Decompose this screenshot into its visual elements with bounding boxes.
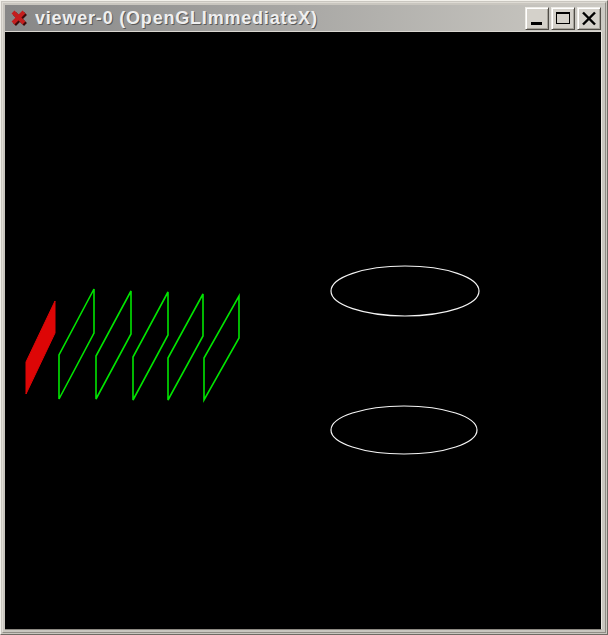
green-wireframe-parallelogram-3 (133, 292, 168, 400)
opengl-viewport[interactable] (5, 31, 602, 630)
green-wireframe-parallelogram-4 (168, 294, 203, 400)
maximize-icon (556, 12, 570, 24)
viewer-window: viewer-0 (OpenGLImmediateX) (0, 0, 608, 635)
green-wireframe-parallelogram-5 (204, 296, 239, 400)
maximize-button[interactable] (551, 7, 575, 30)
close-button[interactable] (577, 7, 601, 30)
titlebar-buttons (525, 7, 601, 30)
scene-svg[interactable] (5, 32, 602, 631)
titlebar[interactable]: viewer-0 (OpenGLImmediateX) (5, 5, 605, 31)
red-x-icon (9, 8, 29, 28)
window-menu-red-x-icon[interactable] (9, 8, 29, 28)
green-wireframe-parallelogram-1 (59, 289, 94, 399)
white-wireframe-ellipse-top (331, 266, 479, 316)
minimize-icon (531, 22, 542, 25)
red-filled-parallelogram (26, 301, 55, 394)
minimize-button[interactable] (525, 7, 549, 30)
white-wireframe-ellipse-bottom (331, 406, 477, 454)
window-title: viewer-0 (OpenGLImmediateX) (35, 5, 525, 31)
green-wireframe-parallelogram-2 (96, 291, 131, 399)
close-icon (581, 11, 597, 26)
